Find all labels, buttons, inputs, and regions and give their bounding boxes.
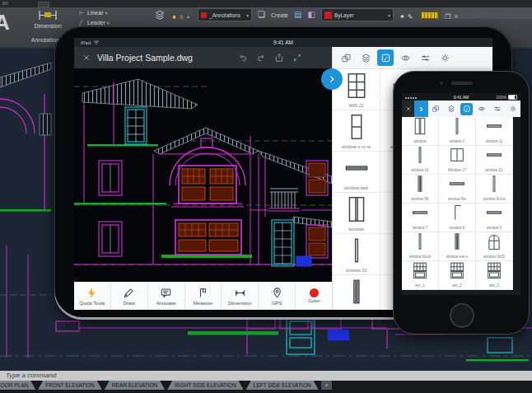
- ipad-clock: 9:41 AM: [74, 40, 492, 45]
- block-cell[interactable]: Window 17: [439, 146, 476, 175]
- undo-icon[interactable]: [238, 53, 248, 63]
- layout-tab[interactable]: REAR ELEVATION: [105, 381, 165, 390]
- block-cell[interactable]: window (6x5): [476, 232, 513, 261]
- quick-access-dropdown[interactable]: [38, 2, 49, 7]
- toolbar-dimension-button[interactable]: Dimension: [221, 282, 258, 310]
- new-layout-tab[interactable]: +: [321, 381, 333, 390]
- visibility-icon[interactable]: [397, 49, 413, 66]
- block-cell[interactable]: window 12: [402, 146, 439, 175]
- layer-lock-icon[interactable]: ▪: [187, 13, 189, 21]
- block-cell[interactable]: window 5ft: [333, 275, 380, 310]
- villa-elevation-drawing: [74, 68, 332, 282]
- block-cell[interactable]: window: [402, 117, 439, 146]
- properties-palette-icon[interactable]: ◧: [307, 7, 315, 22]
- block-label: window (6x5): [483, 255, 506, 259]
- sliders-icon[interactable]: [491, 103, 503, 115]
- measure-ruler-icon[interactable]: [421, 12, 439, 19]
- block-label: WIN J2: [348, 103, 363, 108]
- create-block-label[interactable]: Create: [271, 12, 288, 18]
- block-cell[interactable]: window 32: [333, 234, 380, 275]
- layers-icon[interactable]: [445, 103, 457, 115]
- toolbar-measure-button[interactable]: Measure: [184, 282, 222, 310]
- layer-dropdown[interactable]: _Annotations ▾: [198, 8, 252, 21]
- block-cell[interactable]: window block: [402, 232, 439, 261]
- annotate-icon: [160, 287, 172, 300]
- close-icon[interactable]: [82, 54, 91, 62]
- block-glyph-hbar: [486, 146, 502, 168]
- block-cell[interactable]: window: [333, 193, 380, 234]
- block-cell[interactable]: window 1: [439, 117, 476, 146]
- layers-icon[interactable]: [357, 49, 374, 66]
- toolbar-annotate-button[interactable]: Annotate: [147, 282, 184, 310]
- layout-tabs: FLOOR PLANFRONT ELEVATIONREAR ELEVATIONR…: [0, 381, 334, 390]
- block-glyph-vbar-double: [449, 232, 465, 255]
- block-cell[interactable]: window 11: [476, 117, 513, 146]
- block-cell[interactable]: win_1: [402, 261, 439, 290]
- share-icon[interactable]: [274, 53, 284, 63]
- block-glyph-sash: [412, 261, 428, 283]
- toolbar-label: Quick Tools: [79, 301, 105, 306]
- layout-tab[interactable]: FLOOR PLAN: [0, 381, 35, 390]
- toolbar-draw-button[interactable]: Draw: [110, 282, 147, 310]
- layer-sun-icon[interactable]: ☼: [179, 13, 184, 21]
- block-cell[interactable]: window 8: [439, 204, 476, 232]
- blocks-icon[interactable]: [338, 49, 354, 66]
- linear-tool[interactable]: ⊢Linear ▾: [79, 8, 110, 18]
- block-cell[interactable]: window 9: [476, 204, 513, 232]
- block-label: window 21: [485, 168, 502, 172]
- panel-toggle-button[interactable]: [321, 68, 343, 90]
- block-cell[interactable]: window 6x1st: [476, 175, 513, 204]
- gear-icon[interactable]: [506, 103, 519, 115]
- block-label: window 7: [413, 226, 428, 230]
- bolt-icon: [86, 287, 98, 300]
- block-label: window sws: [344, 185, 368, 190]
- match-properties-icon[interactable]: ✎: [408, 13, 413, 21]
- close-icon[interactable]: [402, 101, 414, 117]
- block-cell[interactable]: win_2: [439, 261, 476, 290]
- home-button[interactable]: [450, 303, 474, 328]
- block-glyph-two-pane: [449, 146, 465, 168]
- block-editor-icon[interactable]: [377, 49, 394, 66]
- panel-toggle-button[interactable]: [414, 101, 428, 117]
- block-label: window e re re: [342, 144, 371, 149]
- block-cell[interactable]: window 7: [402, 204, 439, 232]
- block-cell[interactable]: window e re re: [333, 110, 380, 152]
- command-line[interactable]: Type a command: [0, 371, 532, 381]
- dimension-tool-button[interactable]: Dimension: [28, 9, 68, 29]
- layers-stack-icon[interactable]: [153, 9, 166, 21]
- cut-icon[interactable]: ✕: [454, 13, 460, 21]
- layout-tab[interactable]: LEFT SIDE ELEVATION: [246, 381, 319, 390]
- block-cell[interactable]: window 5st: [439, 175, 476, 204]
- block-cell[interactable]: win_3: [476, 261, 513, 290]
- layer-bulb-icon[interactable]: ●: [172, 13, 176, 21]
- iphone-clock: 9:41 AM: [402, 95, 520, 100]
- expand-icon[interactable]: [292, 53, 302, 63]
- block-label: window block: [409, 255, 432, 259]
- block-cell[interactable]: window ere e: [439, 232, 476, 261]
- block-cell[interactable]: window sws: [333, 152, 380, 193]
- block-label: win_3: [489, 283, 499, 288]
- create-block-icon[interactable]: ❏: [258, 7, 265, 22]
- visibility-icon[interactable]: [476, 103, 488, 115]
- block-label: window 8: [450, 226, 465, 230]
- block-label: window 1: [450, 139, 465, 143]
- text-tool-icon[interactable]: A: [0, 10, 10, 35]
- ipad-palette-header: [333, 47, 492, 69]
- toolbar-quick-tools-button[interactable]: Quick Tools: [74, 282, 110, 310]
- layout-tab[interactable]: RIGHT SIDE ELEVATION: [167, 381, 243, 390]
- toolbar-gps-button[interactable]: GPS: [258, 282, 295, 310]
- redo-icon[interactable]: [256, 53, 266, 63]
- ipad-drawing-area[interactable]: [74, 68, 332, 282]
- insert-block-icon[interactable]: ▤: [294, 7, 301, 22]
- blocks-icon[interactable]: [430, 103, 442, 115]
- bylayer-color-dropdown[interactable]: ByLayer ▾: [321, 8, 394, 21]
- block-cell[interactable]: window 5ft: [402, 175, 439, 204]
- layout-tab[interactable]: FRONT ELEVATION: [38, 381, 102, 390]
- clipboard-paste-icon[interactable]: ❐: [445, 13, 450, 21]
- toolbar-color-button[interactable]: Color: [295, 282, 332, 310]
- gear-icon[interactable]: [436, 49, 453, 66]
- block-cell[interactable]: window 21: [476, 146, 513, 175]
- block-editor-icon[interactable]: [460, 103, 473, 115]
- explode-icon[interactable]: ✶: [399, 13, 405, 21]
- sliders-icon[interactable]: [417, 49, 433, 66]
